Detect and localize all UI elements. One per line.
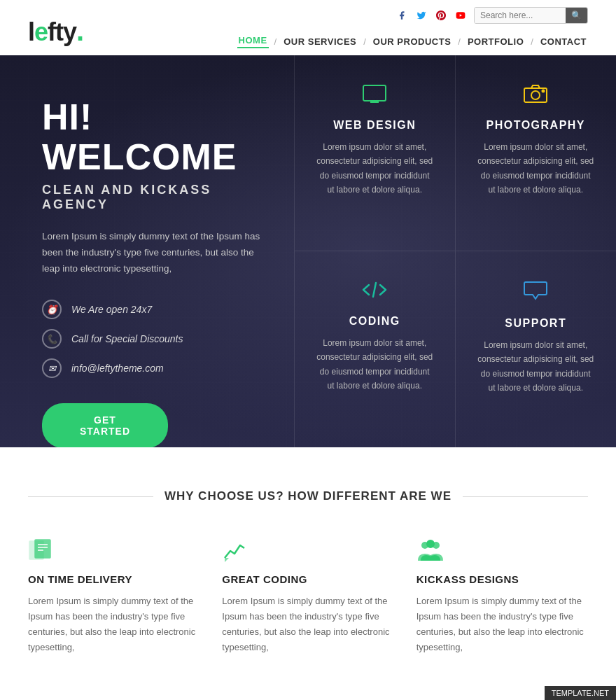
- chat-icon: [523, 279, 548, 307]
- service-photography: PHOTOGRAPHY Lorem ipsum dolor sit amet, …: [456, 55, 617, 251]
- logo-dot: .: [76, 15, 83, 46]
- facebook-icon[interactable]: [394, 8, 410, 23]
- svg-point-6: [542, 90, 545, 92]
- nav-services[interactable]: OUR SERVICES: [282, 36, 358, 47]
- feature-coding: GREAT CODING Lorem Ipsum is simply dummy…: [222, 537, 393, 655]
- photography-desc: Lorem ipsum dolor sit amet, consectetur …: [477, 140, 596, 197]
- hero-left: HI! WELCOME CLEAN AND KICKASS AGENCY Lor…: [0, 55, 294, 447]
- feature-delivery: ON TIME DELIVERY Lorem Ipsum is simply d…: [28, 537, 200, 655]
- service-support: SUPPORT Lorem ipsum dolor sit amet, cons…: [456, 251, 617, 447]
- pinterest-icon[interactable]: [433, 8, 449, 23]
- hero-services-grid: WEB DESIGN Lorem ipsum dolor sit amet, c…: [294, 55, 616, 447]
- svg-rect-1: [363, 85, 386, 101]
- web-design-desc: Lorem ipsum dolor sit amet, consectetur …: [316, 140, 434, 197]
- coding-feature-title: GREAT CODING: [222, 573, 393, 585]
- designs-icon: [416, 537, 588, 565]
- logo-e: e: [34, 18, 48, 46]
- template-badge: TEMPLATE.NET: [545, 686, 616, 690]
- why-section: WHY CHOOSE US? HOW DIFFERENT ARE WE ON T…: [0, 447, 616, 690]
- delivery-desc: Lorem Ipsum is simply dummy text of the …: [28, 594, 200, 655]
- hero-title: HI! WELCOME: [42, 97, 266, 177]
- code-icon: [360, 279, 388, 305]
- header-right: 🔍 HOME / OUR SERVICES / OUR PRODUCTS / P…: [237, 7, 588, 55]
- coding-feature-desc: Lorem Ipsum is simply dummy text of the …: [222, 594, 393, 655]
- delivery-icon: [28, 537, 200, 565]
- search-input[interactable]: [475, 8, 566, 23]
- info-hours-text: We Are open 24x7: [71, 304, 152, 315]
- youtube-icon[interactable]: [453, 8, 468, 23]
- nav-sep-1: /: [274, 36, 277, 47]
- svg-rect-9: [35, 540, 50, 558]
- web-design-title: WEB DESIGN: [333, 119, 416, 132]
- svg-line-7: [373, 283, 376, 297]
- info-hours: ⏰ We Are open 24x7: [42, 300, 266, 319]
- support-title: SUPPORT: [505, 317, 566, 330]
- hero-description: Lorem Ipsum is simply dummy text of the …: [42, 229, 266, 277]
- logo-l: l: [28, 18, 34, 46]
- coding-feature-icon: [222, 537, 393, 565]
- info-phone-text: Call for Special Discounts: [71, 333, 183, 344]
- title-line-left: [28, 496, 153, 497]
- nav-sep-2: /: [363, 36, 366, 47]
- title-line-right: [463, 496, 588, 497]
- nav-products[interactable]: OUR PRODUCTS: [372, 36, 452, 47]
- twitter-icon[interactable]: [414, 8, 429, 23]
- logo[interactable]: lefty.: [28, 15, 83, 47]
- get-started-button[interactable]: GET STARTED: [42, 403, 168, 447]
- support-desc: Lorem ipsum dolor sit amet, consectetur …: [477, 338, 596, 396]
- mail-icon: ✉: [42, 358, 62, 378]
- svg-marker-13: [225, 558, 229, 562]
- search-bar: 🔍: [474, 7, 588, 24]
- nav-portfolio[interactable]: PORTFOLIO: [466, 36, 525, 47]
- phone-icon: 📞: [42, 329, 62, 349]
- section-title-wrap: WHY CHOOSE US? HOW DIFFERENT ARE WE: [28, 489, 588, 503]
- features-grid: ON TIME DELIVERY Lorem Ipsum is simply d…: [28, 537, 588, 655]
- camera-icon: [523, 83, 548, 109]
- header: lefty. 🔍 HO: [0, 0, 616, 55]
- feature-designs: KICKASS DESIGNS Lorem Ipsum is simply du…: [416, 537, 588, 655]
- info-phone: 📞 Call for Special Discounts: [42, 329, 266, 349]
- designs-title: KICKASS DESIGNS: [416, 573, 588, 585]
- hero-info: ⏰ We Are open 24x7 📞 Call for Special Di…: [42, 300, 266, 378]
- nav-home[interactable]: HOME: [237, 35, 269, 48]
- info-email: ✉ info@leftytheme.com: [42, 358, 266, 378]
- social-icons: [394, 8, 468, 23]
- delivery-title: ON TIME DELIVERY: [28, 573, 200, 585]
- coding-desc: Lorem ipsum dolor sit amet, consectetur …: [316, 336, 434, 393]
- nav-sep-3: /: [458, 36, 461, 47]
- service-coding: CODING Lorem ipsum dolor sit amet, conse…: [295, 251, 456, 447]
- social-search: 🔍: [394, 7, 588, 24]
- main-nav: HOME / OUR SERVICES / OUR PRODUCTS / POR…: [237, 28, 588, 55]
- photography-title: PHOTOGRAPHY: [486, 119, 585, 132]
- monitor-icon: [362, 83, 387, 109]
- hero-subtitle: CLEAN AND KICKASS AGENCY: [42, 183, 266, 212]
- hero-section: HI! WELCOME CLEAN AND KICKASS AGENCY Lor…: [0, 55, 616, 447]
- nav-sep-4: /: [531, 36, 533, 47]
- clock-icon: ⏰: [42, 300, 62, 319]
- service-web-design: WEB DESIGN Lorem ipsum dolor sit amet, c…: [295, 55, 456, 251]
- logo-fty: fty: [48, 18, 76, 46]
- why-section-title: WHY CHOOSE US? HOW DIFFERENT ARE WE: [164, 489, 451, 503]
- svg-point-5: [531, 91, 540, 99]
- svg-point-16: [426, 540, 435, 548]
- designs-desc: Lorem Ipsum is simply dummy text of the …: [416, 594, 588, 655]
- nav-contact[interactable]: CONTACT: [539, 36, 588, 47]
- search-button[interactable]: 🔍: [566, 8, 587, 23]
- coding-title: CODING: [349, 315, 400, 328]
- info-email-text: info@leftytheme.com: [71, 363, 164, 374]
